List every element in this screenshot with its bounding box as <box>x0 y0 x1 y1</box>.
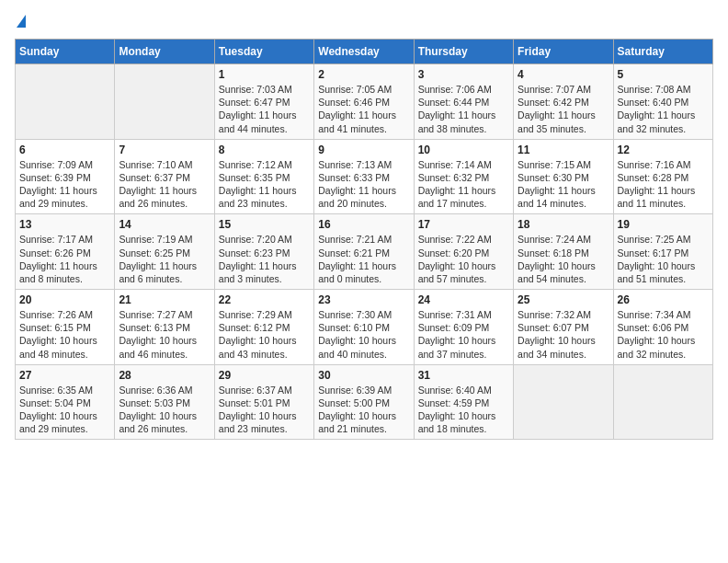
day-number: 28 <box>119 369 210 382</box>
calendar-cell <box>514 364 613 440</box>
calendar-cell: 7Sunrise: 7:10 AMSunset: 6:37 PMDaylight… <box>115 139 214 214</box>
calendar-cell: 9Sunrise: 7:13 AMSunset: 6:33 PMDaylight… <box>314 139 414 214</box>
day-info: Sunrise: 7:31 AMSunset: 6:09 PMDaylight:… <box>418 308 509 361</box>
calendar-cell: 23Sunrise: 7:30 AMSunset: 6:10 PMDayligh… <box>314 290 414 365</box>
day-info: Sunrise: 7:15 AMSunset: 6:30 PMDaylight:… <box>518 158 609 211</box>
day-number: 25 <box>518 293 609 306</box>
calendar-week-row: 13Sunrise: 7:17 AMSunset: 6:26 PMDayligh… <box>16 214 713 290</box>
day-number: 18 <box>518 218 609 231</box>
day-info: Sunrise: 7:12 AMSunset: 6:35 PMDaylight:… <box>219 158 310 211</box>
day-info: Sunrise: 7:30 AMSunset: 6:10 PMDaylight:… <box>318 308 409 361</box>
day-number: 9 <box>318 144 409 156</box>
day-number: 3 <box>418 68 509 81</box>
calendar-week-row: 1Sunrise: 7:03 AMSunset: 6:47 PMDaylight… <box>16 64 713 140</box>
day-info: Sunrise: 7:17 AMSunset: 6:26 PMDaylight:… <box>19 233 110 285</box>
day-info: Sunrise: 7:26 AMSunset: 6:15 PMDaylight:… <box>19 308 110 361</box>
day-info: Sunrise: 7:32 AMSunset: 6:07 PMDaylight:… <box>518 308 609 361</box>
day-of-week-header: Friday <box>514 40 613 64</box>
day-of-week-header: Sunday <box>16 40 115 64</box>
day-of-week-header: Thursday <box>414 40 513 64</box>
page-header <box>15 15 713 28</box>
calendar-cell: 30Sunrise: 6:39 AMSunset: 5:00 PMDayligh… <box>314 364 414 440</box>
day-info: Sunrise: 7:20 AMSunset: 6:23 PMDaylight:… <box>219 233 310 285</box>
day-of-week-header: Wednesday <box>314 40 414 64</box>
calendar-week-row: 20Sunrise: 7:26 AMSunset: 6:15 PMDayligh… <box>16 290 713 365</box>
calendar-cell: 28Sunrise: 6:36 AMSunset: 5:03 PMDayligh… <box>115 364 214 440</box>
calendar-cell: 29Sunrise: 6:37 AMSunset: 5:01 PMDayligh… <box>214 364 313 440</box>
day-number: 14 <box>119 218 210 231</box>
day-number: 29 <box>219 369 310 382</box>
calendar-table: SundayMondayTuesdayWednesdayThursdayFrid… <box>15 39 713 440</box>
day-number: 22 <box>219 293 310 306</box>
calendar-cell: 1Sunrise: 7:03 AMSunset: 6:47 PMDaylight… <box>214 64 313 140</box>
calendar-cell: 2Sunrise: 7:05 AMSunset: 6:46 PMDaylight… <box>314 64 414 140</box>
logo-triangle-icon <box>17 15 26 28</box>
day-of-week-header: Monday <box>115 40 214 64</box>
day-number: 5 <box>618 68 709 81</box>
calendar-cell: 17Sunrise: 7:22 AMSunset: 6:20 PMDayligh… <box>414 214 513 290</box>
calendar-cell: 31Sunrise: 6:40 AMSunset: 4:59 PMDayligh… <box>414 364 513 440</box>
calendar-cell: 19Sunrise: 7:25 AMSunset: 6:17 PMDayligh… <box>613 214 712 290</box>
day-info: Sunrise: 7:08 AMSunset: 6:40 PMDaylight:… <box>618 83 709 135</box>
calendar-cell: 12Sunrise: 7:16 AMSunset: 6:28 PMDayligh… <box>613 139 712 214</box>
day-number: 6 <box>19 144 110 156</box>
calendar-cell: 25Sunrise: 7:32 AMSunset: 6:07 PMDayligh… <box>514 290 613 365</box>
day-of-week-header: Saturday <box>613 40 712 64</box>
day-info: Sunrise: 7:21 AMSunset: 6:21 PMDaylight:… <box>318 233 409 285</box>
day-number: 23 <box>318 293 409 306</box>
day-number: 21 <box>119 293 210 306</box>
day-number: 12 <box>618 144 709 156</box>
day-info: Sunrise: 7:24 AMSunset: 6:18 PMDaylight:… <box>518 233 609 285</box>
logo <box>15 15 26 28</box>
day-number: 13 <box>19 218 110 231</box>
day-info: Sunrise: 6:39 AMSunset: 5:00 PMDaylight:… <box>318 384 409 436</box>
day-number: 27 <box>19 369 110 382</box>
day-number: 26 <box>618 293 709 306</box>
day-number: 16 <box>318 218 409 231</box>
calendar-cell: 3Sunrise: 7:06 AMSunset: 6:44 PMDaylight… <box>414 64 513 140</box>
day-number: 20 <box>19 293 110 306</box>
calendar-cell: 4Sunrise: 7:07 AMSunset: 6:42 PMDaylight… <box>514 64 613 140</box>
calendar-cell: 15Sunrise: 7:20 AMSunset: 6:23 PMDayligh… <box>214 214 313 290</box>
calendar-cell <box>16 64 115 140</box>
day-number: 24 <box>418 293 509 306</box>
calendar-cell: 27Sunrise: 6:35 AMSunset: 5:04 PMDayligh… <box>16 364 115 440</box>
calendar-cell: 11Sunrise: 7:15 AMSunset: 6:30 PMDayligh… <box>514 139 613 214</box>
calendar-cell: 16Sunrise: 7:21 AMSunset: 6:21 PMDayligh… <box>314 214 414 290</box>
day-info: Sunrise: 7:05 AMSunset: 6:46 PMDaylight:… <box>318 83 409 135</box>
day-of-week-header: Tuesday <box>214 40 313 64</box>
day-info: Sunrise: 7:10 AMSunset: 6:37 PMDaylight:… <box>119 158 210 211</box>
day-number: 2 <box>318 68 409 81</box>
calendar-week-row: 6Sunrise: 7:09 AMSunset: 6:39 PMDaylight… <box>16 139 713 214</box>
calendar-cell: 26Sunrise: 7:34 AMSunset: 6:06 PMDayligh… <box>613 290 712 365</box>
calendar-cell: 20Sunrise: 7:26 AMSunset: 6:15 PMDayligh… <box>16 290 115 365</box>
day-info: Sunrise: 6:37 AMSunset: 5:01 PMDaylight:… <box>219 384 310 436</box>
calendar-cell: 6Sunrise: 7:09 AMSunset: 6:39 PMDaylight… <box>16 139 115 214</box>
calendar-header-row: SundayMondayTuesdayWednesdayThursdayFrid… <box>16 40 713 64</box>
day-number: 19 <box>618 218 709 231</box>
calendar-cell <box>115 64 214 140</box>
calendar-cell: 13Sunrise: 7:17 AMSunset: 6:26 PMDayligh… <box>16 214 115 290</box>
day-number: 31 <box>418 369 509 382</box>
calendar-cell: 8Sunrise: 7:12 AMSunset: 6:35 PMDaylight… <box>214 139 313 214</box>
day-info: Sunrise: 6:36 AMSunset: 5:03 PMDaylight:… <box>119 384 210 436</box>
calendar-cell: 5Sunrise: 7:08 AMSunset: 6:40 PMDaylight… <box>613 64 712 140</box>
day-number: 30 <box>318 369 409 382</box>
day-number: 8 <box>219 144 310 156</box>
day-number: 17 <box>418 218 509 231</box>
calendar-cell: 18Sunrise: 7:24 AMSunset: 6:18 PMDayligh… <box>514 214 613 290</box>
day-info: Sunrise: 7:16 AMSunset: 6:28 PMDaylight:… <box>618 158 709 211</box>
calendar-cell: 22Sunrise: 7:29 AMSunset: 6:12 PMDayligh… <box>214 290 313 365</box>
calendar-cell: 21Sunrise: 7:27 AMSunset: 6:13 PMDayligh… <box>115 290 214 365</box>
day-info: Sunrise: 7:09 AMSunset: 6:39 PMDaylight:… <box>19 158 110 211</box>
day-info: Sunrise: 6:40 AMSunset: 4:59 PMDaylight:… <box>418 384 509 436</box>
day-info: Sunrise: 7:14 AMSunset: 6:32 PMDaylight:… <box>418 158 509 211</box>
day-info: Sunrise: 7:29 AMSunset: 6:12 PMDaylight:… <box>219 308 310 361</box>
day-number: 7 <box>119 144 210 156</box>
calendar-cell <box>613 364 712 440</box>
day-info: Sunrise: 7:27 AMSunset: 6:13 PMDaylight:… <box>119 308 210 361</box>
calendar-cell: 10Sunrise: 7:14 AMSunset: 6:32 PMDayligh… <box>414 139 513 214</box>
day-info: Sunrise: 7:25 AMSunset: 6:17 PMDaylight:… <box>618 233 709 285</box>
day-info: Sunrise: 6:35 AMSunset: 5:04 PMDaylight:… <box>19 384 110 436</box>
day-info: Sunrise: 7:34 AMSunset: 6:06 PMDaylight:… <box>618 308 709 361</box>
